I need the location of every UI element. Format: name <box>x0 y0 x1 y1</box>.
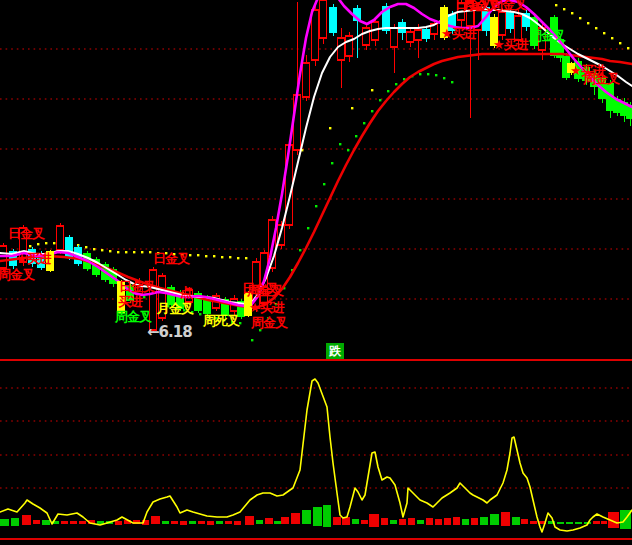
volume-bar <box>33 520 40 524</box>
candle-body <box>407 32 414 42</box>
volume-bar <box>151 516 160 524</box>
candle-body <box>303 63 310 97</box>
dots-lower-green-decline <box>231 321 233 323</box>
candle-body <box>415 30 422 40</box>
volume-bar <box>180 521 187 525</box>
candle-body <box>568 64 575 72</box>
volume-bar <box>42 520 50 525</box>
dots-sparse-yellow-rise <box>329 127 331 129</box>
dots-lower-green-rise <box>379 99 381 101</box>
dots-upper-yellow-left <box>157 252 159 254</box>
volume-bar <box>352 519 359 524</box>
dots-lower-green-decline <box>239 322 241 324</box>
volume-bar <box>399 519 406 525</box>
candle-body <box>245 293 252 315</box>
volume-bar <box>79 521 86 524</box>
dots-lower-green-rise <box>307 227 309 229</box>
dots-lower-green-rise <box>363 122 365 124</box>
dots-upper-yellow-left <box>125 251 127 253</box>
dots-lower-green-decline <box>223 319 225 321</box>
dots-lower-green-decline <box>167 305 169 307</box>
volume-bar <box>216 521 223 524</box>
dots-upper-yellow-left <box>117 251 119 253</box>
volume-bar <box>207 521 214 525</box>
dots-lower-green-decline <box>143 296 145 298</box>
dots-upper-yellow-right <box>627 47 629 49</box>
dots-upper-yellow-left <box>245 257 247 259</box>
volume-bar <box>512 517 520 525</box>
dots-upper-yellow-left <box>37 243 39 245</box>
dots-lower-green-rise <box>443 77 445 79</box>
volume-bar <box>11 518 19 526</box>
chart-canvas[interactable] <box>0 0 632 545</box>
dots-upper-yellow-left <box>93 248 95 250</box>
volume-bar <box>435 519 442 525</box>
volume-bar <box>22 515 31 525</box>
dots-upper-yellow-left <box>53 242 55 244</box>
panel-separator <box>0 538 632 540</box>
volume-bar <box>333 517 341 525</box>
volume-bar <box>245 516 254 525</box>
dots-sparse-yellow-rise <box>351 107 353 109</box>
volume-bar <box>444 518 451 525</box>
dots-sparse-yellow-rise <box>371 89 373 91</box>
candle-body <box>391 28 398 47</box>
dots-lower-green-rise <box>251 339 253 341</box>
volume-bar <box>189 521 196 524</box>
dots-upper-yellow-left <box>229 256 231 258</box>
volume-bar <box>265 518 273 524</box>
candle-body <box>515 16 522 40</box>
volume-bar <box>323 505 331 527</box>
dots-lower-green-rise <box>395 83 397 85</box>
dots-lower-green-rise <box>323 183 325 185</box>
dots-lower-green-rise <box>355 135 357 137</box>
volume-bar <box>490 514 499 525</box>
volume-bar <box>369 514 379 527</box>
dots-upper-yellow-right <box>611 37 613 39</box>
candle-body <box>507 13 514 28</box>
dots-lower-green-rise <box>267 317 269 319</box>
volume-bar <box>557 522 564 524</box>
dots-lower-green-rise <box>419 73 421 75</box>
dots-upper-yellow-right <box>555 4 557 6</box>
dots-lower-green-decline <box>183 309 185 311</box>
candle-body <box>499 12 506 35</box>
dots-lower-green-decline <box>191 311 193 313</box>
dots-upper-yellow-left <box>45 242 47 244</box>
dots-lower-green-rise <box>299 249 301 251</box>
dots-upper-yellow-left <box>165 252 167 254</box>
candle-body <box>118 282 125 312</box>
candle-body <box>150 270 157 330</box>
volume-bar <box>566 522 573 524</box>
volume-bar <box>70 521 77 524</box>
dots-upper-yellow-right <box>563 8 565 10</box>
stock-chart-window: 日金叉★买进周金叉日金叉日金叉买进周金叉月金叉点周死叉←6.18日金叉周金叉★买… <box>0 0 632 545</box>
volume-bar <box>291 513 300 524</box>
volume-bar <box>381 518 388 525</box>
volume-bar <box>471 518 478 525</box>
dots-lower-green-rise <box>371 110 373 112</box>
fall-label-badge: 跌 <box>326 343 344 359</box>
dots-upper-yellow-right <box>579 17 581 19</box>
dots-lower-green-rise <box>331 162 333 164</box>
dots-upper-yellow-left <box>205 255 207 257</box>
volume-bar <box>281 517 289 524</box>
volume-bar <box>361 520 368 524</box>
candle-body <box>539 28 546 50</box>
volume-bar <box>313 507 322 526</box>
dots-upper-yellow-left <box>181 253 183 255</box>
volume-bar <box>480 517 488 525</box>
candle-body <box>159 276 166 318</box>
volume-bar <box>593 521 600 524</box>
dots-upper-yellow-left <box>213 255 215 257</box>
volume-bar <box>234 521 241 525</box>
dots-upper-yellow-left <box>29 245 31 247</box>
volume-bar <box>462 519 469 525</box>
volume-bar <box>171 521 178 524</box>
dots-upper-yellow-left <box>221 256 223 258</box>
dots-upper-yellow-left <box>237 257 239 259</box>
volume-bar <box>390 520 397 524</box>
dots-lower-green-rise <box>339 143 341 145</box>
dots-lower-green-rise <box>387 90 389 92</box>
dots-upper-yellow-left <box>197 254 199 256</box>
